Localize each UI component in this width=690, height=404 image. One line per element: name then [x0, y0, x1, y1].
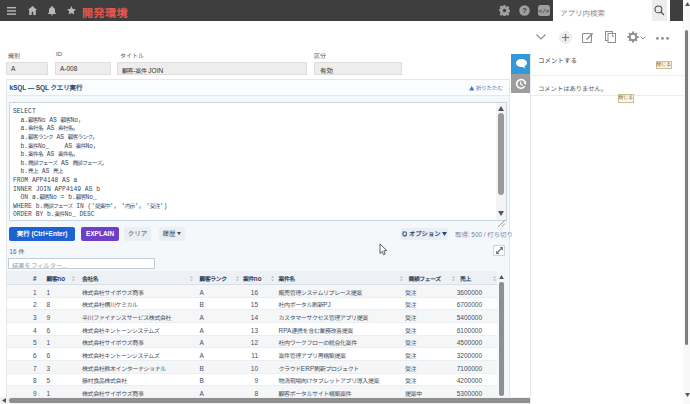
svg-text:?: ? [522, 6, 527, 15]
svg-text:</>: </> [539, 8, 550, 15]
